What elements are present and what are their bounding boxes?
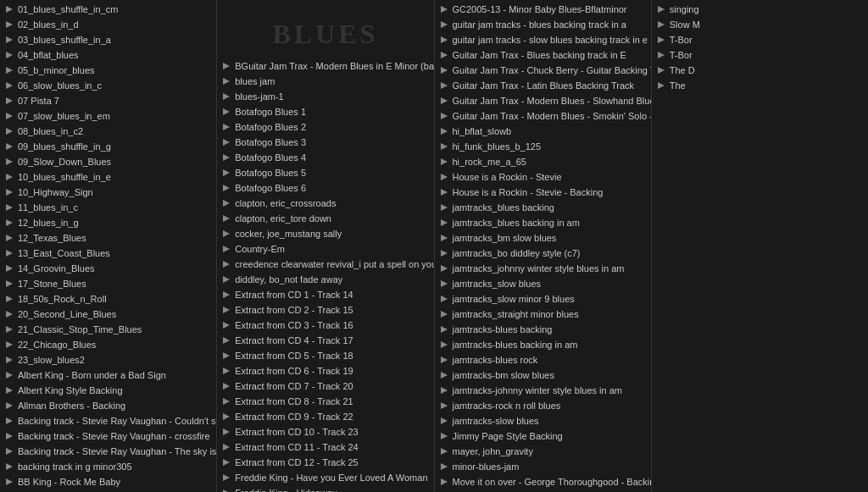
list-item[interactable]: jamtracks_bo diddley style (c7): [435, 246, 651, 261]
list-item[interactable]: Freddie King - Have you Ever Loved A Wom…: [217, 470, 433, 485]
list-item[interactable]: 14_Groovin_Blues: [0, 261, 216, 276]
list-item[interactable]: 20_Second_Line_Blues: [0, 307, 216, 322]
list-item[interactable]: 05_b_minor_blues: [0, 63, 216, 78]
list-item[interactable]: blues-jam-1: [217, 89, 433, 104]
list-item[interactable]: cocker, joe_mustang sally: [217, 226, 433, 241]
list-item[interactable]: Freddie King - Hideaway: [217, 485, 433, 492]
list-item[interactable]: jamtracks_bm slow blues: [435, 230, 651, 246]
list-item[interactable]: jamtracks_slow blues: [435, 276, 651, 291]
list-item[interactable]: 01_blues_shuffle_in_cm: [0, 2, 216, 17]
list-item[interactable]: backing track in g minor305: [0, 459, 216, 474]
list-item[interactable]: Extract from CD 2 - Track 15: [217, 302, 433, 318]
list-item[interactable]: Botafogo Blues 2: [217, 119, 433, 135]
list-item[interactable]: Slow M: [652, 17, 868, 32]
list-item[interactable]: Guitar Jam Trax - Latin Blues Backing Tr…: [435, 78, 651, 93]
list-item[interactable]: creedence clearwater revival_i put a spe…: [217, 257, 433, 272]
list-item[interactable]: 07 Pista 7: [0, 93, 216, 108]
list-item[interactable]: House is a Rockin - Stevie: [435, 169, 651, 185]
list-item[interactable]: Allman Brothers - Backing: [0, 398, 216, 413]
list-item[interactable]: Guitar Jam Trax - Modern Blues - Smokin'…: [435, 108, 651, 124]
list-item[interactable]: The: [652, 78, 868, 93]
list-item[interactable]: 09_blues_shuffle_in_g: [0, 139, 216, 154]
list-item[interactable]: 04_bflat_blues: [0, 47, 216, 63]
list-item[interactable]: hi_funk_blues_b_125: [435, 139, 651, 154]
list-item[interactable]: Extract from CD 6 - Track 19: [217, 363, 433, 379]
play-icon: [3, 323, 15, 335]
list-item[interactable]: 06_slow_blues_in_c: [0, 78, 216, 93]
list-item[interactable]: Albert King Style Backing: [0, 383, 216, 398]
list-item[interactable]: 12_blues_in_g: [0, 215, 216, 230]
list-item[interactable]: singing: [652, 2, 868, 17]
list-item[interactable]: 07_slow_blues_in_em: [0, 108, 216, 124]
list-item[interactable]: 18_50s_Rock_n_Roll: [0, 291, 216, 307]
list-item[interactable]: guitar jam tracks - blues backing track …: [435, 17, 651, 32]
list-item[interactable]: mayer, john_gravity: [435, 444, 651, 459]
list-item[interactable]: hi_bflat_slowb: [435, 124, 651, 139]
list-item[interactable]: Country-Em: [217, 241, 433, 257]
list-item[interactable]: 03_blues_shuffle_in_a: [0, 32, 216, 47]
list-item[interactable]: Move it on over - George Thoroughgood - …: [435, 474, 651, 489]
list-item[interactable]: Backing track - Stevie Ray Vaughan - cro…: [0, 428, 216, 444]
list-item[interactable]: minor-blues-jam: [435, 459, 651, 474]
list-item[interactable]: diddley, bo_not fade away: [217, 272, 433, 287]
list-item[interactable]: clapton, eric_tore down: [217, 211, 433, 226]
list-item[interactable]: Extract from CD 10 - Track 23: [217, 424, 433, 439]
list-item[interactable]: T-Bor: [652, 32, 868, 47]
list-item[interactable]: 09_Slow_Down_Blues: [0, 154, 216, 169]
list-item[interactable]: jamtracks-slow blues: [435, 413, 651, 428]
list-item[interactable]: 08_blues_in_c2: [0, 124, 216, 139]
list-item[interactable]: 11_blues_in_c: [0, 200, 216, 215]
list-item[interactable]: The D: [652, 63, 868, 78]
list-item[interactable]: 17_Stone_Blues: [0, 276, 216, 291]
list-item[interactable]: 21_Classic_Stop_Time_Blues: [0, 322, 216, 337]
list-item[interactable]: jamtracks_straight minor blues: [435, 307, 651, 322]
list-item[interactable]: jamtracks_johnny winter style blues in a…: [435, 261, 651, 276]
list-item[interactable]: jamtracks-blues rock: [435, 352, 651, 368]
list-item[interactable]: 10_blues_shuffle_in_e: [0, 169, 216, 185]
list-item[interactable]: Guitar Jam Trax - Chuck Berry - Guitar B…: [435, 63, 651, 78]
list-item[interactable]: hi_rock_me_a_65: [435, 154, 651, 169]
list-item[interactable]: Botafogo Blues 3: [217, 135, 433, 150]
list-item[interactable]: 12_Texas_Blues: [0, 230, 216, 246]
list-item[interactable]: 13_East_Coast_Blues: [0, 246, 216, 261]
list-item[interactable]: House is a Rockin - Stevie - Backing: [435, 185, 651, 200]
list-item[interactable]: jamtracks-blues backing: [435, 322, 651, 337]
list-item[interactable]: Backing track - Stevie Ray Vaughan - Cou…: [0, 413, 216, 428]
list-item[interactable]: Extract from CD 12 - Track 25: [217, 455, 433, 470]
list-item[interactable]: jamtracks-rock n roll blues: [435, 398, 651, 413]
list-item[interactable]: jamtracks_slow minor 9 blues: [435, 291, 651, 307]
list-item[interactable]: Botafogo Blues 4: [217, 150, 433, 165]
list-item[interactable]: Extract from CD 8 - Track 21: [217, 394, 433, 409]
list-item[interactable]: Guitar Jam Trax - Blues backing track in…: [435, 47, 651, 63]
list-item[interactable]: jamtracks-bm slow blues: [435, 368, 651, 383]
list-item[interactable]: 23_slow_blues2: [0, 352, 216, 368]
list-item[interactable]: T-Bor: [652, 47, 868, 63]
list-item[interactable]: blues jam: [217, 74, 433, 89]
list-item[interactable]: 10_Highway_Sign: [0, 185, 216, 200]
list-item[interactable]: Backing track - Stevie Ray Vaughan - The…: [0, 444, 216, 459]
list-item[interactable]: Extract from CD 5 - Track 18: [217, 348, 433, 363]
list-item[interactable]: jamtracks_blues backing: [435, 200, 651, 215]
list-item[interactable]: clapton, eric_crossroads: [217, 196, 433, 211]
list-item[interactable]: Extract from CD 4 - Track 17: [217, 333, 433, 348]
list-item[interactable]: Extract from CD 7 - Track 20: [217, 379, 433, 394]
list-item[interactable]: Botafogo Blues 1: [217, 104, 433, 119]
list-item[interactable]: jamtracks_blues backing in am: [435, 215, 651, 230]
list-item[interactable]: GC2005-13 - Minor Baby Blues-Bflatminor: [435, 2, 651, 17]
list-item[interactable]: 22_Chicago_Blues: [0, 337, 216, 352]
list-item[interactable]: Extract from CD 9 - Track 22: [217, 409, 433, 424]
list-item[interactable]: Extract from CD 1 - Track 14: [217, 287, 433, 302]
list-item[interactable]: guitar jam tracks - slow blues backing t…: [435, 32, 651, 47]
list-item[interactable]: Extract from CD 3 - Track 16: [217, 318, 433, 333]
list-item[interactable]: Jimmy Page Style Backing: [435, 428, 651, 444]
list-item[interactable]: Botafogo Blues 6: [217, 180, 433, 196]
list-item[interactable]: Albert King - Born under a Bad Sign: [0, 368, 216, 383]
list-item[interactable]: jamtracks-johnny winter style blues in a…: [435, 383, 651, 398]
list-item[interactable]: jamtracks-blues backing in am: [435, 337, 651, 352]
list-item[interactable]: BGuitar Jam Trax - Modern Blues in E Min…: [217, 58, 433, 74]
list-item[interactable]: 02_blues_in_d: [0, 17, 216, 32]
list-item[interactable]: Extract from CD 11 - Track 24: [217, 439, 433, 455]
list-item[interactable]: BB King - Rock Me Baby: [0, 474, 216, 489]
list-item[interactable]: Botafogo Blues 5: [217, 165, 433, 180]
list-item[interactable]: Guitar Jam Trax - Modern Blues - Slowhan…: [435, 93, 651, 108]
